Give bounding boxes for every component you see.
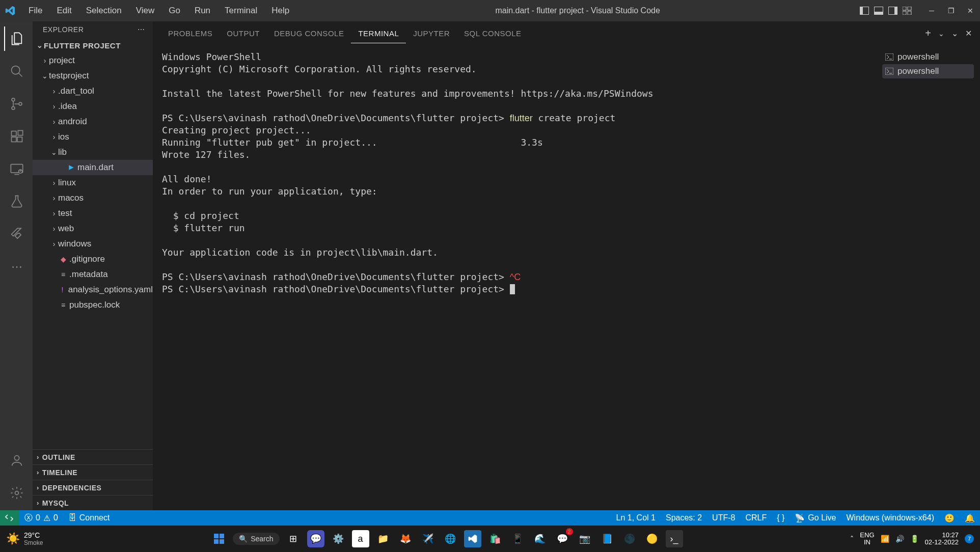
tray-chevron-icon[interactable]: ˄: [850, 535, 854, 543]
tree-item-analysis-options-yaml[interactable]: !analysis_options.yaml: [33, 282, 153, 297]
menu-selection[interactable]: Selection: [80, 4, 128, 18]
instagram-icon[interactable]: 📷: [576, 530, 593, 547]
panel-tab-terminal[interactable]: TERMINAL: [351, 24, 406, 43]
menu-go[interactable]: Go: [162, 4, 186, 18]
tree-item-linux[interactable]: ›linux: [33, 175, 153, 190]
amazon-icon[interactable]: a: [352, 530, 369, 547]
remote-indicator[interactable]: [0, 510, 19, 526]
panel-tab-jupyter[interactable]: JUPYTER: [406, 24, 457, 43]
extensions-icon[interactable]: [4, 124, 29, 149]
battery-icon[interactable]: 🔋: [910, 535, 919, 543]
tree-item-ios[interactable]: ›ios: [33, 129, 153, 145]
panel-chevron-icon[interactable]: ⌄: [951, 29, 958, 38]
taskbar-weather[interactable]: ☀️ 29°C Smoke: [6, 531, 43, 546]
tree-item-project[interactable]: ›project: [33, 53, 153, 68]
vscode-taskbar-icon[interactable]: [464, 530, 481, 547]
phone-icon[interactable]: 📱: [509, 530, 526, 547]
close-button[interactable]: ✕: [965, 5, 976, 16]
layout-grid-icon[interactable]: [903, 6, 912, 15]
status-encoding[interactable]: UTF-8: [707, 513, 740, 522]
status-feedback-icon[interactable]: 🙂: [939, 513, 960, 523]
language-indicator[interactable]: ENG IN: [860, 532, 874, 546]
task-view-icon[interactable]: ⊞: [285, 530, 302, 547]
eclipse-icon[interactable]: 🌑: [621, 530, 638, 547]
maximize-button[interactable]: ❐: [945, 5, 957, 16]
tree-item-pubspec-lock[interactable]: ≡pubspec.lock: [33, 297, 153, 313]
taskbar-clock[interactable]: 10:27 02-12-2022: [925, 532, 959, 546]
panel-bottom-icon[interactable]: [874, 6, 883, 15]
minimize-button[interactable]: ─: [926, 5, 937, 16]
status-lang-mode[interactable]: { }: [772, 513, 790, 522]
panel-tab-problems[interactable]: PROBLEMS: [161, 24, 220, 43]
edge-icon[interactable]: 🌊: [531, 530, 549, 547]
flutter-icon[interactable]: [4, 222, 29, 246]
tree-item-main-dart[interactable]: main.dart: [33, 160, 153, 175]
status-problems[interactable]: ⓧ0 ⚠0: [19, 513, 63, 523]
settings-gear-icon[interactable]: [4, 481, 29, 505]
whatsapp-icon[interactable]: 💬2: [554, 530, 571, 547]
section-mysql[interactable]: ›MYSQL: [33, 495, 153, 510]
tree-item-testproject[interactable]: ⌄testproject: [33, 68, 153, 84]
taskbar-search[interactable]: 🔍Search: [233, 533, 279, 545]
wifi-icon[interactable]: 📶: [881, 535, 889, 543]
panel-tab-debug-console[interactable]: DEBUG CONSOLE: [267, 24, 351, 43]
panel-tab-sql-console[interactable]: SQL CONSOLE: [457, 24, 528, 43]
firefox-icon[interactable]: 🦊: [397, 530, 414, 547]
status-golive[interactable]: 📡Go Live: [790, 513, 841, 523]
status-connect[interactable]: 🗄Connect: [63, 513, 115, 522]
panel-tab-output[interactable]: OUTPUT: [220, 24, 267, 43]
chrome-icon[interactable]: 🌐: [442, 530, 459, 547]
account-icon[interactable]: [4, 448, 29, 473]
menu-edit[interactable]: Edit: [50, 4, 77, 18]
start-button[interactable]: [210, 530, 228, 547]
tree-item--metadata[interactable]: ≡.metadata: [33, 267, 153, 282]
menu-view[interactable]: View: [130, 4, 161, 18]
tree-item-lib[interactable]: ⌄lib: [33, 145, 153, 160]
shell-entry-1[interactable]: powershell: [882, 64, 974, 78]
menu-run[interactable]: Run: [188, 4, 216, 18]
new-terminal-icon[interactable]: +: [925, 27, 931, 39]
status-bell-icon[interactable]: 🔔: [960, 513, 980, 523]
terminal-split-dropdown-icon[interactable]: ⌄: [938, 30, 944, 38]
section-outline[interactable]: ›OUTLINE: [33, 449, 153, 464]
app-icon-1[interactable]: 📘: [598, 530, 616, 547]
tree-item-macos[interactable]: ›macos: [33, 190, 153, 206]
status-ln-col[interactable]: Ln 1, Col 1: [611, 513, 661, 522]
panel-right-icon[interactable]: [888, 6, 897, 15]
volume-icon[interactable]: 🔊: [895, 535, 904, 543]
terminal-app-icon[interactable]: ›_: [666, 530, 683, 547]
explorer-icon[interactable]: [4, 26, 29, 51]
tree-item--idea[interactable]: ›.idea: [33, 99, 153, 114]
tree-item--gitignore[interactable]: ◆.gitignore: [33, 252, 153, 267]
menu-terminal[interactable]: Terminal: [219, 4, 263, 18]
tree-item-test[interactable]: ›test: [33, 206, 153, 221]
shell-entry-0[interactable]: powershell: [882, 50, 974, 64]
tree-item-windows[interactable]: ›windows: [33, 236, 153, 252]
status-eol[interactable]: CRLF: [740, 513, 772, 522]
notification-badge[interactable]: 7: [965, 534, 974, 543]
menu-help[interactable]: Help: [265, 4, 295, 18]
file-explorer-icon[interactable]: 📁: [374, 530, 392, 547]
sidebar-more-icon[interactable]: ⋯: [138, 25, 145, 34]
panel-close-icon[interactable]: ✕: [965, 29, 972, 38]
store-icon[interactable]: 🛍️: [486, 530, 504, 547]
more-icon[interactable]: ⋯: [4, 255, 29, 279]
chat-icon[interactable]: 💬: [307, 530, 324, 547]
settings-icon[interactable]: ⚙️: [330, 530, 347, 547]
section-timeline[interactable]: ›TIMELINE: [33, 464, 153, 480]
source-control-icon[interactable]: [4, 92, 29, 116]
testing-icon[interactable]: [4, 189, 29, 214]
tree-item-web[interactable]: ›web: [33, 221, 153, 236]
terminal-output[interactable]: Windows PowerShell Copyright (C) Microso…: [153, 46, 876, 510]
section-dependencies[interactable]: ›DEPENDENCIES: [33, 480, 153, 495]
tree-item-android[interactable]: ›android: [33, 114, 153, 129]
project-root[interactable]: ⌄ FLUTTER PROJECT: [33, 38, 153, 53]
chrome-canary-icon[interactable]: 🟡: [643, 530, 661, 547]
panel-left-icon[interactable]: [860, 6, 869, 15]
tree-item--dart-tool[interactable]: ›.dart_tool: [33, 84, 153, 99]
search-icon[interactable]: [4, 59, 29, 84]
remote-explorer-icon[interactable]: [4, 157, 29, 181]
status-spaces[interactable]: Spaces: 2: [661, 513, 707, 522]
status-platform[interactable]: Windows (windows-x64): [841, 513, 940, 522]
menu-file[interactable]: File: [22, 4, 48, 18]
